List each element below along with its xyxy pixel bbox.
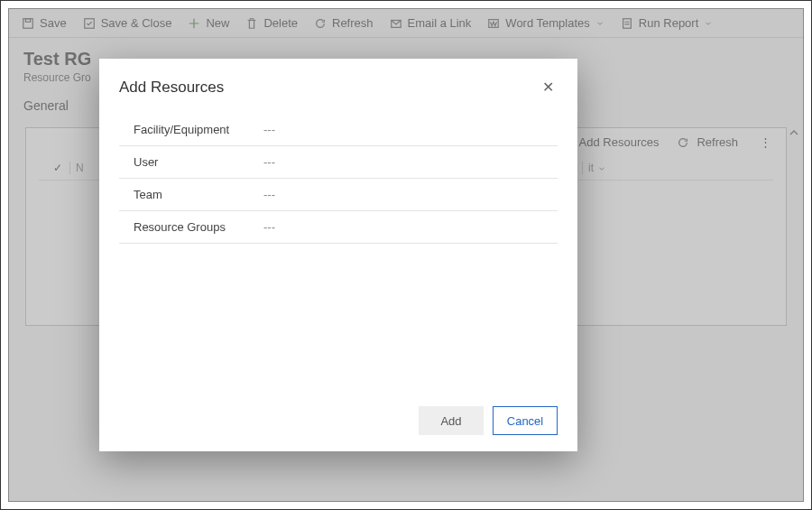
field-label: User <box>119 155 263 169</box>
field-value: --- <box>263 155 275 169</box>
add-resources-dialog: Add Resources ✕ Facility/Equipment --- U… <box>99 59 577 451</box>
field-user[interactable]: User --- <box>119 146 558 179</box>
cancel-button[interactable]: Cancel <box>493 406 558 435</box>
dialog-title: Add Resources <box>119 79 539 97</box>
field-label: Facility/Equipment <box>119 123 263 136</box>
field-value: --- <box>263 123 275 136</box>
field-value: --- <box>263 188 275 201</box>
cancel-button-label: Cancel <box>507 414 543 428</box>
close-icon: ✕ <box>542 79 554 95</box>
field-label: Team <box>119 188 263 201</box>
close-button[interactable]: ✕ <box>539 75 558 99</box>
add-button-label: Add <box>440 414 461 428</box>
add-button[interactable]: Add <box>419 406 484 435</box>
field-value: --- <box>263 220 275 234</box>
field-resource-groups[interactable]: Resource Groups --- <box>119 211 558 244</box>
field-team[interactable]: Team --- <box>119 179 558 211</box>
field-label: Resource Groups <box>119 220 263 234</box>
field-facility-equipment[interactable]: Facility/Equipment --- <box>119 114 558 146</box>
